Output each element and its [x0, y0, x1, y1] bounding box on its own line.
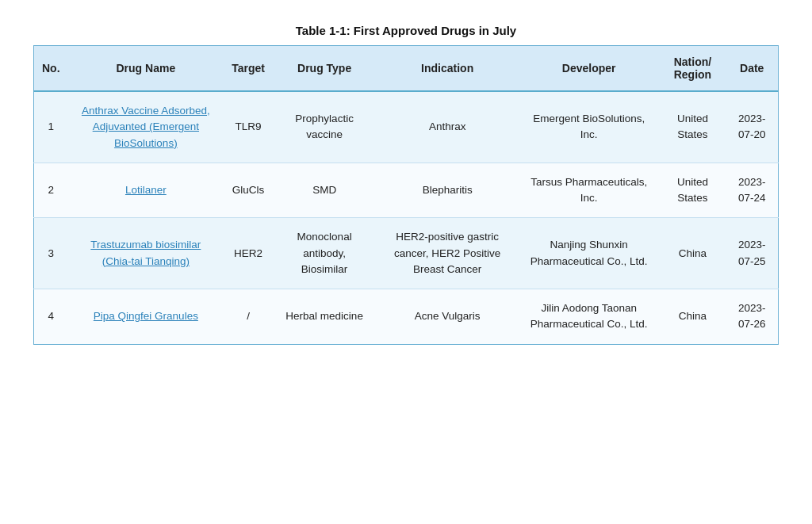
cell-developer: Jilin Aodong Taonan Pharmaceutical Co., … [519, 289, 660, 345]
col-header-developer: Developer [519, 46, 660, 92]
cell-date: 2023-07-26 [726, 289, 778, 345]
table-row: 4Pipa Qingfei Granules/Herbal medicineAc… [34, 289, 779, 345]
cell-indication: Blepharitis [376, 163, 519, 218]
cell-no: 4 [34, 289, 68, 345]
cell-developer: Nanjing Shunxin Pharmaceutical Co., Ltd. [519, 218, 660, 289]
col-header-drug-type: Drug Type [273, 46, 376, 92]
cell-target: / [224, 289, 273, 345]
col-header-date: Date [726, 46, 778, 92]
table-row: 1Anthrax Vaccine Adsorbed, Adjuvanted (E… [34, 91, 779, 163]
col-header-nation-region: Nation/ Region [660, 46, 726, 92]
cell-drug-type: Monoclonal antibody, Biosimilar [273, 218, 376, 289]
col-header-no: No. [34, 46, 68, 92]
cell-drug-type: Herbal medicine [273, 289, 376, 345]
page-wrapper: Table 1-1: First Approved Drugs in July … [17, 16, 795, 361]
cell-date: 2023-07-20 [726, 91, 778, 163]
table-row: 3Trastuzumab biosimilar (Chia-tai Tianqi… [34, 218, 779, 289]
cell-nation-region: United States [660, 163, 726, 218]
cell-drug-name[interactable]: Trastuzumab biosimilar (Chia-tai Tianqin… [68, 218, 224, 289]
cell-drug-name[interactable]: Anthrax Vaccine Adsorbed, Adjuvanted (Em… [68, 91, 224, 163]
cell-indication: Anthrax [376, 91, 519, 163]
cell-drug-type: SMD [273, 163, 376, 218]
table-title: Table 1-1: First Approved Drugs in July [33, 24, 779, 37]
cell-developer: Emergent BioSolutions, Inc. [519, 91, 660, 163]
cell-drug-name[interactable]: Lotilaner [68, 163, 224, 218]
cell-indication: HER2-positive gastric cancer, HER2 Posit… [376, 218, 519, 289]
cell-target: GluCls [224, 163, 273, 218]
col-header-drug-name: Drug Name [68, 46, 224, 92]
table-row: 2LotilanerGluClsSMDBlepharitisTarsus Pha… [34, 163, 779, 218]
cell-date: 2023-07-25 [726, 218, 778, 289]
cell-target: TLR9 [224, 91, 273, 163]
cell-target: HER2 [224, 218, 273, 289]
table-header-row: No. Drug Name Target Drug Type Indicatio… [34, 46, 779, 92]
col-header-indication: Indication [376, 46, 519, 92]
cell-no: 2 [34, 163, 68, 218]
drug-table: No. Drug Name Target Drug Type Indicatio… [33, 45, 779, 345]
cell-no: 1 [34, 91, 68, 163]
drug-name-link[interactable]: Pipa Qingfei Granules [94, 310, 198, 322]
drug-name-link[interactable]: Anthrax Vaccine Adsorbed, Adjuvanted (Em… [82, 105, 210, 149]
cell-no: 3 [34, 218, 68, 289]
cell-nation-region: China [660, 218, 726, 289]
drug-name-link[interactable]: Lotilaner [125, 184, 167, 196]
cell-date: 2023-07-24 [726, 163, 778, 218]
col-header-target: Target [224, 46, 273, 92]
cell-drug-type: Prophylactic vaccine [273, 91, 376, 163]
cell-drug-name[interactable]: Pipa Qingfei Granules [68, 289, 224, 345]
cell-nation-region: United States [660, 91, 726, 163]
drug-name-link[interactable]: Trastuzumab biosimilar (Chia-tai Tianqin… [90, 239, 201, 266]
cell-developer: Tarsus Pharmaceuticals, Inc. [519, 163, 660, 218]
cell-indication: Acne Vulgaris [376, 289, 519, 345]
cell-nation-region: China [660, 289, 726, 345]
